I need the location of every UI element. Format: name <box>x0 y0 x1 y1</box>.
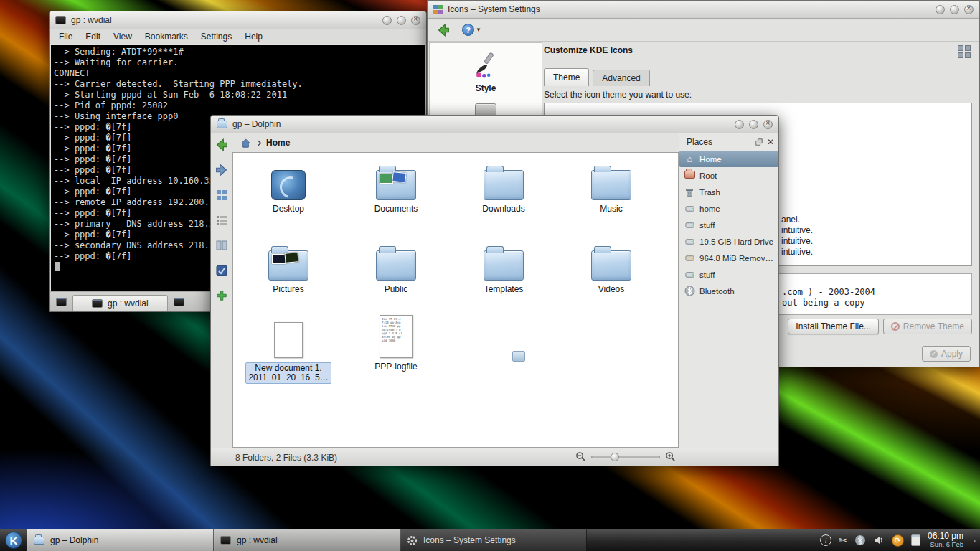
split-view-button[interactable] <box>213 287 230 304</box>
taskbar-item-dolphin[interactable]: gp – Dolphin <box>27 529 214 551</box>
minimize-button[interactable] <box>735 120 744 129</box>
places-panel: Places ✕ ⌂ Home Root Trash <box>679 133 778 448</box>
places-item-stuff-1[interactable]: stuff <box>679 217 778 233</box>
updates-icon[interactable]: ⟳ <box>892 534 904 547</box>
preview-button[interactable] <box>213 262 230 279</box>
app-launcher-button[interactable]: K <box>0 529 27 551</box>
folder-icon <box>34 537 44 545</box>
taskbar-item-wvdial[interactable]: gp : wvdial <box>214 529 400 551</box>
remove-theme-button[interactable]: Remove Theme <box>883 319 972 334</box>
view-options-icon[interactable] <box>958 45 971 58</box>
file-item-downloads[interactable]: Downloads <box>461 159 547 214</box>
menu-help[interactable]: Help <box>238 30 269 43</box>
zoom-slider-handle[interactable] <box>611 453 619 461</box>
home-icon <box>240 138 251 149</box>
places-item-label: stuff <box>699 221 715 230</box>
folder-red-icon <box>684 170 695 181</box>
breadcrumb-home-button[interactable] <box>238 136 253 150</box>
minimize-button[interactable] <box>382 16 392 25</box>
file-item-templates[interactable]: Templates <box>461 239 547 294</box>
minimize-button[interactable] <box>936 5 945 14</box>
places-item-root[interactable]: Root <box>679 167 778 184</box>
window-buttons <box>735 120 773 129</box>
page-title: Customize KDE Icons <box>544 45 633 55</box>
klipper-scissors-icon[interactable]: ✂ <box>839 534 847 546</box>
places-item-home[interactable]: ⌂ Home <box>679 151 778 167</box>
tab-theme[interactable]: Theme <box>544 68 589 86</box>
bluetooth-icon[interactable] <box>854 534 866 546</box>
clock[interactable]: 06:10 pm Sun, 6 Feb <box>926 529 969 551</box>
tab-advanced[interactable]: Advanced <box>593 70 649 86</box>
sidebar-item-style[interactable]: Style <box>430 43 542 93</box>
menu-bookmarks[interactable]: Bookmarks <box>138 30 194 43</box>
install-theme-button[interactable]: Install Theme File... <box>788 319 878 334</box>
dolphin-window-title: gp – Dolphin <box>232 119 281 129</box>
details-view-button[interactable] <box>213 212 230 229</box>
file-item-desktop[interactable]: Desktop <box>245 159 331 214</box>
terminal-titlebar[interactable]: gp : wvdial <box>50 11 426 29</box>
file-label: Pictures <box>273 285 303 294</box>
help-button[interactable]: ? ▼ <box>462 24 481 36</box>
file-item-pictures[interactable]: Pictures <box>245 239 331 294</box>
maximize-button[interactable] <box>950 5 959 14</box>
file-item-ppp-logfile[interactable]: Jan 17 09:4 7:18 gp-Asp lre-5738 pp pd[1… <box>353 314 439 372</box>
close-panel-icon[interactable]: ✕ <box>767 138 774 146</box>
file-item-music[interactable]: Music <box>568 159 654 214</box>
back-button[interactable] <box>213 136 230 154</box>
places-item-removable[interactable]: 964.8 MiB Remov… <box>679 250 778 266</box>
panel-cashew-icon[interactable]: ◗ <box>969 529 980 551</box>
notifications-icon[interactable]: i <box>820 534 831 546</box>
places-item-label: Home <box>699 155 722 164</box>
places-item-bluetooth[interactable]: Bluetooth <box>679 283 778 299</box>
file-label: Videos <box>598 285 624 294</box>
drive-icon <box>684 236 695 247</box>
menu-view[interactable]: View <box>107 30 138 43</box>
new-tab-button[interactable] <box>52 294 70 310</box>
menu-settings[interactable]: Settings <box>194 30 238 43</box>
clock-time: 06:10 pm <box>928 532 963 540</box>
breadcrumb-folder[interactable]: Home <box>266 138 290 148</box>
close-button[interactable] <box>411 16 420 25</box>
apply-icon: ✓ <box>930 350 938 358</box>
places-item-hard-drive[interactable]: 19.5 GiB Hard Drive <box>679 233 778 250</box>
file-item-new-document[interactable]: New document 1. 2011_01_20_16_5… <box>245 314 331 384</box>
columns-view-button[interactable] <box>213 237 230 254</box>
back-button[interactable] <box>435 22 452 39</box>
details-view-icon <box>215 214 228 227</box>
tab-list-button[interactable] <box>171 294 188 310</box>
menu-edit[interactable]: Edit <box>79 30 107 43</box>
pictures-folder-icon <box>268 250 308 281</box>
zoom-out-icon[interactable] <box>575 451 586 462</box>
device-notifier-icon[interactable] <box>911 534 920 546</box>
dolphin-titlebar[interactable]: gp – Dolphin <box>211 116 778 133</box>
taskbar-item-system-settings[interactable]: Icons – System Settings <box>400 529 587 551</box>
dolphin-window: gp – Dolphin <box>210 115 779 466</box>
zoom-in-icon[interactable] <box>665 451 676 462</box>
zoom-slider[interactable] <box>591 456 660 458</box>
file-item-documents[interactable]: Documents <box>353 159 439 214</box>
close-button[interactable] <box>763 120 773 129</box>
icons-view-button[interactable] <box>213 187 230 204</box>
folder-view[interactable]: Desktop Documents Downloads Music <box>232 152 679 448</box>
places-item-home-dir[interactable]: home <box>679 200 778 217</box>
places-item-label: 964.8 MiB Remov… <box>699 254 773 263</box>
places-item-stuff-2[interactable]: stuff <box>679 266 778 283</box>
places-item-label: stuff <box>699 270 715 279</box>
places-item-trash[interactable]: Trash <box>679 184 778 200</box>
menu-file[interactable]: File <box>52 30 79 43</box>
breadcrumb: Home <box>232 133 679 152</box>
volume-icon[interactable] <box>873 534 885 546</box>
maximize-button[interactable] <box>749 120 758 129</box>
terminal-tab[interactable]: gp : wvdial <box>72 295 168 311</box>
close-button[interactable] <box>964 5 974 14</box>
file-item-public[interactable]: Public <box>353 239 439 294</box>
forward-button[interactable] <box>213 161 230 179</box>
gear-icon <box>407 535 418 546</box>
maximize-button[interactable] <box>397 16 406 25</box>
apply-button[interactable]: ✓Apply <box>922 346 971 362</box>
settings-titlebar[interactable]: Icons – System Settings <box>428 1 979 19</box>
terminal-cursor <box>55 262 60 271</box>
float-panel-icon[interactable] <box>755 138 763 146</box>
file-item-videos[interactable]: Videos <box>568 239 654 294</box>
taskbar-item-label: gp – Dolphin <box>50 535 98 545</box>
